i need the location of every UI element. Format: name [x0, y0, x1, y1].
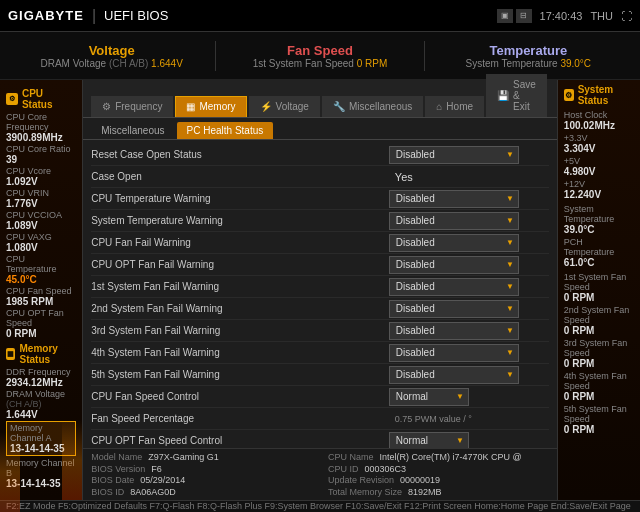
temp-section: Temperature System Temperature 39.0°C — [425, 43, 632, 69]
v12-item: +12V 12.240V — [564, 179, 634, 200]
tab-home[interactable]: ⌂ Home — [425, 96, 484, 117]
ddr-freq-item: DDR Frequency 2934.12MHz — [6, 367, 76, 388]
flame-decoration — [62, 420, 82, 500]
v33-item: +3.3V 3.304V — [564, 133, 634, 154]
sys-temp-item: System Temperature 39.0°C — [564, 204, 634, 235]
row-cpu-temp-warn: CPU Temperature Warning Disabled ▼ — [91, 188, 549, 210]
home-icon: ⌂ — [436, 101, 442, 112]
nav-area: ⚙ Frequency ▦ Memory ⚡ Voltage 🔧 Miscell… — [83, 80, 557, 500]
row-cpu-fan-fail-value[interactable]: Disabled ▼ — [389, 234, 549, 252]
cpu-vccioa-item: CPU VCCIOA 1.089V — [6, 210, 76, 231]
fan1-fail-dropdown[interactable]: Disabled ▼ — [389, 278, 519, 296]
voltage-section: Voltage DRAM Voltage (CH A/B) 1.644V — [8, 43, 215, 69]
row-fan5-fail-value[interactable]: Disabled ▼ — [389, 366, 549, 384]
volt-icon: ⚡ — [260, 101, 272, 112]
cpu-fan-item: CPU Fan Speed 1985 RPM — [6, 286, 76, 307]
row-fan4-fail-value[interactable]: Disabled ▼ — [389, 344, 549, 362]
row-fan5-fail: 5th System Fan Fail Warning Disabled ▼ — [91, 364, 549, 386]
dropdown-arrow12: ▼ — [456, 436, 464, 445]
tab-frequency[interactable]: ⚙ Frequency — [91, 96, 173, 117]
monitor-icon[interactable]: ▣ — [497, 9, 513, 23]
tab-save-exit[interactable]: 💾 Save & Exit — [486, 74, 547, 117]
row-cpu-fan-ctrl-value[interactable]: Normal ▼ — [389, 388, 549, 406]
cpu-opt-fan-item: CPU OPT Fan Speed 0 RPM — [6, 308, 76, 339]
dropdown-arrow2: ▼ — [506, 194, 514, 203]
row-fan-pct-1-value: 0.75 PWM value / ° — [389, 414, 549, 424]
cpu-opt-fan-fail-dropdown[interactable]: Disabled ▼ — [389, 256, 519, 274]
row-fan-pct-1: Fan Speed Percentage 0.75 PWM value / ° — [91, 408, 549, 430]
footer-bar: F2:EZ Mode F5:Optimized Defaults F7:Q-Fl… — [0, 500, 640, 512]
dropdown-arrow6: ▼ — [506, 282, 514, 291]
row-case-open-value: Yes — [389, 171, 549, 183]
row-reset-case-value[interactable]: Disabled ▼ — [389, 146, 549, 164]
header-icons: ▣ ⊟ — [497, 9, 532, 23]
row-fan3-fail-value[interactable]: Disabled ▼ — [389, 322, 549, 340]
reset-case-dropdown[interactable]: Disabled ▼ — [389, 146, 519, 164]
sub-tab-pc-health[interactable]: PC Health Status — [177, 122, 274, 139]
cpu-opt-ctrl-dropdown[interactable]: Normal ▼ — [389, 432, 469, 449]
row-case-open: Case Open Yes — [91, 166, 549, 188]
nav-tabs: ⚙ Frequency ▦ Memory ⚡ Voltage 🔧 Miscell… — [83, 80, 557, 118]
content-area: Reset Case Open Status Disabled ▼ Case O… — [83, 140, 557, 448]
clock: 17:40:43 — [540, 10, 583, 22]
row-cpu-opt-ctrl: CPU OPT Fan Speed Control Normal ▼ — [91, 430, 549, 448]
fan4-fail-dropdown[interactable]: Disabled ▼ — [389, 344, 519, 362]
dram-volt-item: DRAM Voltage (CH A/B) 1.644V — [6, 389, 76, 420]
dropdown-arrow: ▼ — [506, 150, 514, 159]
cpu-fan-ctrl-dropdown[interactable]: Normal ▼ — [389, 388, 469, 406]
system-status-icon: ⚙ — [564, 89, 574, 101]
row-fan3-fail: 3rd System Fan Fail Warning Disabled ▼ — [91, 320, 549, 342]
fullscreen-icon[interactable]: ⛶ — [621, 10, 632, 22]
cpu-fan-fail-dropdown[interactable]: Disabled ▼ — [389, 234, 519, 252]
dropdown-arrow3: ▼ — [506, 216, 514, 225]
row-cpu-temp-warn-value[interactable]: Disabled ▼ — [389, 190, 549, 208]
row-fan1-fail: 1st System Fan Fail Warning Disabled ▼ — [91, 276, 549, 298]
cpu-vrin-item: CPU VRIN 1.776V — [6, 188, 76, 209]
dropdown-arrow11: ▼ — [456, 392, 464, 401]
footer-text: F2:EZ Mode F5:Optimized Defaults F7:Q-Fl… — [6, 501, 634, 513]
system-status-title: ⚙ System Status — [564, 84, 634, 106]
row-cpu-opt-ctrl-value[interactable]: Normal ▼ — [389, 432, 549, 449]
fan2-item: 2nd System Fan Speed 0 RPM — [564, 305, 634, 336]
model-row: Model Name Z97X-Gaming G1 — [91, 452, 312, 463]
sub-tab-miscellaneous[interactable]: Miscellaneous — [91, 122, 174, 139]
cpu-temp-warn-dropdown[interactable]: Disabled ▼ — [389, 190, 519, 208]
row-cpu-opt-fan-fail-value[interactable]: Disabled ▼ — [389, 256, 549, 274]
dropdown-arrow7: ▼ — [506, 304, 514, 313]
row-cpu-fan-fail: CPU Fan Fail Warning Disabled ▼ — [91, 232, 549, 254]
tab-miscellaneous[interactable]: 🔧 Miscellaneous — [322, 96, 423, 117]
bios-ver-row: BIOS Version F6 — [91, 464, 312, 475]
fan5-item: 5th System Fan Speed 0 RPM — [564, 404, 634, 435]
cpu-vaxg-item: CPU VAXG 1.080V — [6, 232, 76, 253]
fan2-fail-dropdown[interactable]: Disabled ▼ — [389, 300, 519, 318]
row-fan2-fail-value[interactable]: Disabled ▼ — [389, 300, 549, 318]
main-layout: ⚙ CPU Status CPU Core Frequency 3900.89M… — [0, 80, 640, 500]
cpu-status-title: ⚙ CPU Status — [6, 88, 76, 110]
temp-sub: System Temperature 39.0°C — [425, 58, 632, 69]
cpu-temp-item: CPU Temperature 45.0°C — [6, 254, 76, 285]
temp-label: Temperature — [425, 43, 632, 58]
misc-icon: 🔧 — [333, 101, 345, 112]
tab-memory[interactable]: ▦ Memory — [175, 96, 246, 117]
sys-temp-warn-dropdown[interactable]: Disabled ▼ — [389, 212, 519, 230]
voltage-sub: DRAM Voltage (CH A/B) 1.644V — [8, 58, 215, 69]
fan5-fail-dropdown[interactable]: Disabled ▼ — [389, 366, 519, 384]
settings-icon[interactable]: ⊟ — [516, 9, 532, 23]
row-sys-temp-warn-value[interactable]: Disabled ▼ — [389, 212, 549, 230]
cpu-name-row: CPU Name Intel(R) Core(TM) i7-4770K CPU … — [328, 452, 549, 463]
host-clock-item: Host Clock 100.02MHz — [564, 110, 634, 131]
v5-item: +5V 4.980V — [564, 156, 634, 177]
fan-sub: 1st System Fan Speed 0 RPM — [216, 58, 423, 69]
day: THU — [590, 10, 613, 22]
row-cpu-opt-fan-fail: CPU OPT Fan Fail Warning Disabled ▼ — [91, 254, 549, 276]
row-fan1-fail-value[interactable]: Disabled ▼ — [389, 278, 549, 296]
fan-label: Fan Speed — [216, 43, 423, 58]
fan3-item: 3rd System Fan Speed 0 RPM — [564, 338, 634, 369]
row-sys-temp-warn: System Temperature Warning Disabled ▼ — [91, 210, 549, 232]
tab-voltage[interactable]: ⚡ Voltage — [249, 96, 320, 117]
mem-tab-icon: ▦ — [186, 101, 195, 112]
row-cpu-fan-ctrl: CPU Fan Speed Control Normal ▼ — [91, 386, 549, 408]
save-icon: 💾 — [497, 90, 509, 101]
sub-tabs: Miscellaneous PC Health Status — [83, 118, 557, 140]
fan3-fail-dropdown[interactable]: Disabled ▼ — [389, 322, 519, 340]
